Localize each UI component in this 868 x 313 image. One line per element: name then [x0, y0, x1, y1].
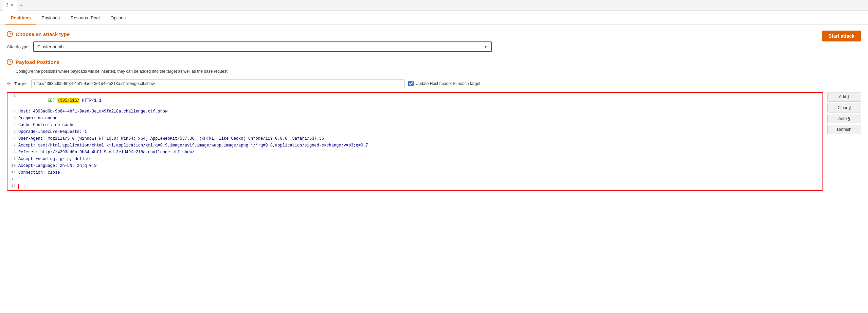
nav-item-resource-pool[interactable]: Resource Pool — [65, 11, 105, 25]
attack-type-title: Choose an attack type — [16, 31, 70, 37]
start-attack-button[interactable]: Start attack — [822, 31, 861, 41]
auto-section-button[interactable]: Auto § — [827, 114, 861, 123]
attack-type-header-row: ? Choose an attack type Start attack — [7, 31, 861, 41]
attack-type-section-header: ? Choose an attack type — [7, 31, 70, 37]
line-num-2: 2 — [9, 108, 18, 113]
line-content-8: Referer: http://4393ad0b-9b84-4bf1-9aed-… — [18, 149, 821, 155]
target-label: Target: — [14, 81, 28, 86]
payload-positions-section: ? Payload Positions Configure the positi… — [7, 59, 861, 191]
line-content-13 — [18, 183, 821, 189]
line-content-11: Connection: close — [18, 170, 821, 176]
attack-type-input[interactable] — [34, 42, 480, 51]
editor-line-11: 11 Connection: close — [7, 170, 822, 176]
editor-line-12: 12 — [7, 176, 822, 183]
nav-item-positions[interactable]: Positions — [5, 11, 36, 25]
tab-3-close[interactable]: ✕ — [11, 3, 13, 7]
add-section-button[interactable]: Add § — [827, 92, 861, 102]
line-num-13: 13 — [9, 183, 18, 188]
editor-line-1: 1 GET /$0$/$1$/ HTTP/1.1 — [7, 93, 822, 108]
line-content-2: Host: 4393ad0b-9b84-4bf1-9aed-3e1d49fe21… — [18, 108, 821, 115]
editor-buttons: Add § Clear § Auto § Refresh — [827, 92, 861, 191]
attack-type-label: Attack type: — [7, 44, 30, 49]
line-num-12: 12 — [9, 176, 18, 181]
line-content-10: Accept-Language: zh-CN, zh;q=0.9 — [18, 163, 821, 169]
line-num-10: 10 — [9, 163, 18, 168]
line-content-9: Accept-Encoding: gzip, deflate — [18, 156, 821, 162]
tab-3[interactable]: 3 ✕ — [3, 0, 17, 11]
attack-type-help-icon[interactable]: ? — [7, 31, 13, 37]
line-content-4: Cache-Control: no-cache — [18, 122, 821, 128]
line-num-3: 3 — [9, 115, 18, 120]
line-num-7: 7 — [9, 142, 18, 147]
line-num-9: 9 — [9, 156, 18, 161]
nav-item-options[interactable]: Options — [105, 11, 131, 25]
line-content-3: Pragma: no-cache — [18, 115, 821, 121]
payload-positions-help-icon[interactable]: ? — [7, 59, 13, 65]
main-content: ? Choose an attack type Start attack Att… — [0, 25, 868, 196]
line-content-1: GET /$0$/$1$/ HTTP/1.1 — [18, 93, 821, 108]
target-icon[interactable]: ✛ — [7, 81, 11, 86]
attack-type-dropdown-arrow[interactable]: ▼ — [480, 42, 491, 51]
editor-container: 1 GET /$0$/$1$/ HTTP/1.1 2 Host: 4393ad0… — [7, 92, 861, 191]
editor-line-10: 10 Accept-Language: zh-CN, zh;q=0.9 — [7, 163, 822, 170]
line-num-8: 8 — [9, 149, 18, 154]
attack-type-select-wrapper: ▼ — [33, 41, 492, 52]
payload-positions-title: Payload Positions — [16, 59, 59, 65]
target-input[interactable] — [31, 79, 405, 88]
editor-line-8: 8 Referer: http://4393ad0b-9b84-4bf1-9ae… — [7, 149, 822, 156]
line-content-7: Accept: text/html,application/xhtml+xml,… — [18, 142, 821, 149]
update-host-row: Update Host header to match target — [408, 81, 481, 86]
editor-line-7: 7 Accept: text/html,application/xhtml+xm… — [7, 142, 822, 149]
editor-line-9: 9 Accept-Encoding: gzip, deflate — [7, 156, 822, 163]
editor-line-4: 4 Cache-Control: no-cache — [7, 122, 822, 129]
editor-line-13: 13 — [7, 183, 822, 190]
line-content-6: User-Agent: Mozilla/5.0 (Windows NT 10.0… — [18, 136, 821, 142]
clear-section-button[interactable]: Clear § — [827, 103, 861, 112]
line-num-6: 6 — [9, 136, 18, 140]
line-num-11: 11 — [9, 170, 18, 174]
refresh-button[interactable]: Refresh — [827, 125, 861, 134]
update-host-label: Update Host header to match target — [416, 81, 481, 86]
editor-line-5: 5 Upgrade-Insecure-Requests: 1 — [7, 129, 822, 136]
tab-bar: 3 ✕ + — [0, 0, 868, 11]
nav-item-payloads[interactable]: Payloads — [36, 11, 65, 25]
line-num-1: 1 — [9, 93, 18, 98]
editor-line-3: 3 Pragma: no-cache — [7, 115, 822, 122]
line-content-12 — [18, 176, 821, 178]
nav-bar: Positions Payloads Resource Pool Options — [0, 11, 868, 25]
editor-line-6: 6 User-Agent: Mozilla/5.0 (Windows NT 10… — [7, 136, 822, 142]
line-num-4: 4 — [9, 122, 18, 127]
line-content-5: Upgrade-Insecure-Requests: 1 — [18, 129, 821, 135]
request-editor[interactable]: 1 GET /$0$/$1$/ HTTP/1.1 2 Host: 4393ad0… — [7, 92, 823, 191]
editor-cursor — [18, 184, 19, 189]
editor-line-2: 2 Host: 4393ad0b-9b84-4bf1-9aed-3e1d49fe… — [7, 108, 822, 115]
target-row: ✛ Target: Update Host header to match ta… — [7, 79, 861, 88]
payload-positions-desc: Configure the positions where payloads w… — [16, 69, 861, 74]
tab-3-label: 3 — [6, 3, 8, 7]
update-host-checkbox[interactable] — [408, 81, 414, 86]
attack-type-row: Attack type: ▼ — [7, 41, 861, 52]
payload-positions-header: ? Payload Positions — [7, 59, 861, 65]
line-num-5: 5 — [9, 129, 18, 134]
tab-add-button[interactable]: + — [17, 2, 25, 8]
